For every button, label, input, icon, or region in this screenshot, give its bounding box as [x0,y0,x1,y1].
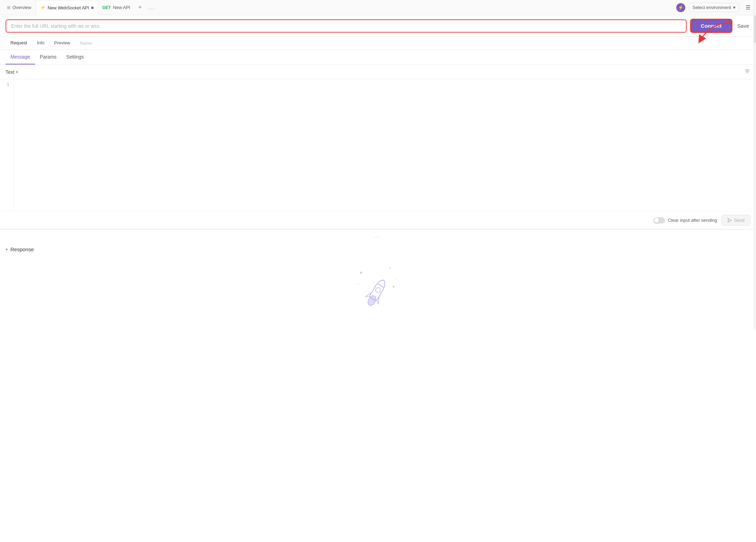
send-button[interactable]: Send [721,215,750,226]
svg-rect-2 [746,72,748,73]
text-type-bar: Text ▾ [0,65,756,79]
line-numbers: 1 [0,79,14,211]
svg-text:✦: ✦ [359,270,363,276]
url-input[interactable] [6,19,687,33]
text-type-selector[interactable]: Text ▾ [6,69,18,75]
code-editor[interactable] [14,79,756,211]
request-tabs: Request Info Preview Name [0,37,756,50]
tab-info-label: Info [37,40,44,45]
clear-toggle-group: Clear input after sending [653,217,717,224]
tab-get-api[interactable]: GET New API [98,0,135,15]
send-icon [727,218,732,223]
env-label: Select environment [693,5,731,10]
env-selector[interactable]: Select environment ▾ [689,3,739,12]
svg-text:✦: ✦ [388,266,391,270]
svg-rect-1 [746,71,749,72]
response-header[interactable]: ▾ Response [6,242,750,257]
text-type-label: Text [6,69,15,75]
send-label: Send [734,218,745,223]
line-number-1: 1 [4,82,9,87]
grid-icon: ⊞ [7,5,10,10]
tab-request-label: Request [10,40,27,45]
subtab-message[interactable]: Message [6,50,35,64]
connect-button[interactable]: Connect [690,19,732,33]
svg-text:+: + [395,277,397,280]
svg-point-10 [375,287,381,293]
subtab-params-label: Params [40,54,57,60]
clear-toggle[interactable] [653,217,665,224]
tab-name[interactable]: Name [75,37,97,49]
tab-method-label: GET [102,5,111,10]
tab-name-label: Name [80,41,92,46]
svg-rect-0 [745,70,750,70]
clear-label: Clear input after sending [668,218,717,223]
websocket-icon: ⚡ [40,5,45,10]
tab-request[interactable]: Request [6,37,32,50]
response-label: Response [10,246,34,252]
code-area: 1 [0,79,756,211]
subtab-settings[interactable]: Settings [61,50,89,64]
tab-get-api-label: New API [113,5,130,10]
tab-preview[interactable]: Preview [49,37,75,50]
sub-tabs: Message Params Settings [0,50,756,65]
tab-add-button[interactable]: + [135,4,145,11]
subtab-params[interactable]: Params [35,50,61,64]
subtab-message-label: Message [10,54,30,60]
tab-websocket-label: New WebSocket API [48,5,89,10]
env-icon: ⚡ [676,3,685,12]
svg-text:+: + [357,282,359,286]
rocket-illustration: ✦ ✦ + + ✦ [355,264,401,316]
scrollbar-thumb[interactable] [754,15,756,43]
response-section: ▾ Response ✦ ✦ + + ✦ [0,242,756,330]
message-area: Text ▾ 1 Clear input after sending [0,65,756,229]
tab-unsaved-dot [91,7,94,9]
tab-info[interactable]: Info [32,37,49,50]
save-button[interactable]: Save [736,23,750,29]
response-body: ✦ ✦ + + ✦ [6,257,750,330]
divider-dots[interactable]: ... [0,229,756,242]
scrollbar[interactable] [753,0,756,330]
subtab-settings-label: Settings [66,54,84,60]
filter-icon[interactable] [744,68,750,76]
send-bar: Clear input after sending Send [0,211,756,229]
chevron-down-icon: ▾ [6,247,8,252]
tab-more-button[interactable]: ... [145,5,159,11]
svg-text:✦: ✦ [392,285,395,289]
chevron-down-icon: ▾ [733,5,736,10]
chevron-down-icon: ▾ [16,70,18,75]
tab-overview-label: Overview [12,5,31,10]
tab-websocket[interactable]: ⚡ New WebSocket API [36,0,98,15]
menu-button[interactable]: ☰ [743,3,753,12]
url-bar: Connect Save [0,15,756,37]
tab-overview[interactable]: ⊞ Overview [3,0,36,15]
tab-bar: ⊞ Overview ⚡ New WebSocket API GET New A… [0,0,756,15]
tab-bar-right: ⚡ Select environment ▾ ☰ [676,3,753,12]
tab-preview-label: Preview [54,40,70,45]
